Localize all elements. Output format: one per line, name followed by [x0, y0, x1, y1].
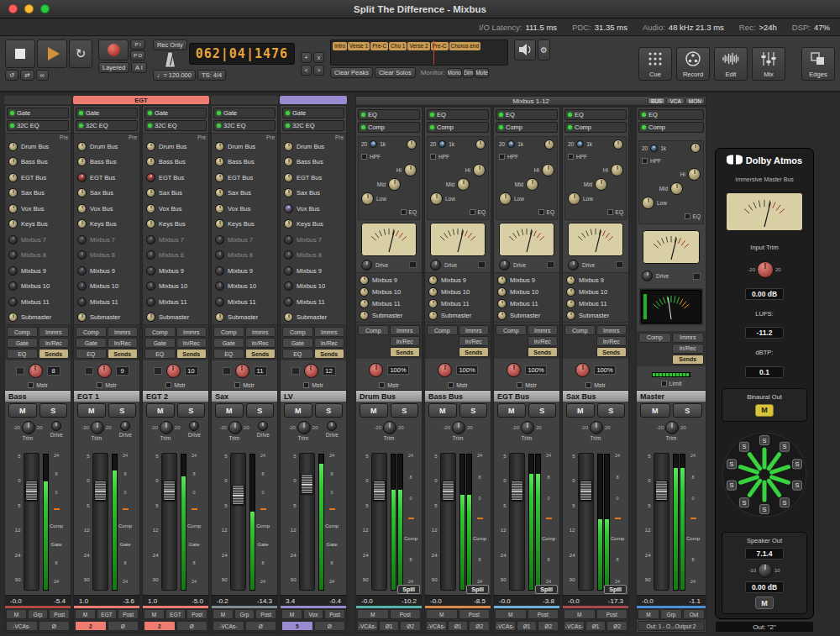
spill-button[interactable]: Spill: [397, 585, 420, 594]
monitor-mono-button[interactable]: Mono: [447, 68, 462, 78]
send-knob[interactable]: [284, 313, 293, 322]
send-mixbus-10[interactable]: Mixbus 10: [282, 281, 344, 292]
solo-button[interactable]: S: [108, 403, 137, 418]
send-mixbus-8[interactable]: Mixbus 8: [282, 250, 344, 260]
send-knob[interactable]: [360, 287, 369, 297]
send-knob[interactable]: [146, 188, 155, 197]
rec-only-button[interactable]: Rec Only: [153, 39, 187, 50]
vcas-button[interactable]: -VCAs-: [213, 621, 244, 631]
hpf-freq-knob[interactable]: [438, 140, 446, 148]
range-k60-button[interactable]: <: [301, 65, 312, 76]
input-gain-knob[interactable]: [407, 139, 417, 150]
input-gain-knob[interactable]: [613, 139, 623, 150]
speaker-button[interactable]: [514, 39, 536, 60]
send-mixbus-10[interactable]: Mixbus 10: [76, 281, 138, 292]
processor-32c-eq-button[interactable]: 32C EQ: [144, 120, 207, 131]
in-rec-button[interactable]: In/Rec: [176, 338, 207, 348]
trim-knob[interactable]: [160, 421, 173, 434]
send-mixbus-8[interactable]: Mixbus 8: [76, 250, 138, 260]
in-rec-button[interactable]: In/Rec: [108, 338, 139, 348]
processor-eq-button[interactable]: EQ: [564, 109, 627, 120]
send-drum-bus[interactable]: Drum Bus: [213, 141, 276, 151]
eq-button[interactable]: EQ: [213, 349, 244, 359]
vcas-button[interactable]: -VCAs-: [357, 621, 378, 631]
speaker-trim-knob[interactable]: [758, 563, 773, 578]
mini-timeline[interactable]: IntroVerse 1Pre-CCho 1Verse 2Pre-CChorus…: [330, 39, 508, 66]
metronome-icon[interactable]: [153, 51, 187, 68]
pan-knob[interactable]: [507, 363, 521, 377]
processor-gate-button[interactable]: Gate: [144, 108, 207, 118]
trim-knob[interactable]: [91, 421, 104, 434]
send-knob[interactable]: [284, 157, 293, 166]
hpf-checkbox[interactable]: [642, 158, 648, 164]
send-mixbus-10[interactable]: Mixbus 10: [358, 286, 420, 297]
eq-button[interactable]: EQ: [282, 349, 313, 359]
send-keys-bus[interactable]: Keys Bus: [7, 219, 69, 229]
in-rec-button[interactable]: In/Rec: [672, 344, 705, 354]
eq-band-knob[interactable]: [499, 192, 512, 205]
undo-button[interactable]: ↺: [5, 70, 18, 81]
fader-track[interactable]: [371, 453, 387, 591]
post-button[interactable]: Post: [528, 609, 559, 619]
fader-track[interactable]: [299, 453, 315, 591]
eq-band-knob[interactable]: [542, 164, 554, 176]
send-mixbus-9[interactable]: Mixbus 9: [76, 265, 138, 276]
fader-handle[interactable]: [442, 481, 454, 501]
send-knob[interactable]: [360, 299, 369, 308]
drive-knob[interactable]: [430, 260, 441, 271]
timeline-marker-verse-2[interactable]: Verse 2: [407, 42, 429, 50]
post-button[interactable]: Post: [390, 609, 422, 619]
hpf-freq-knob[interactable]: [507, 140, 515, 148]
immrs-button[interactable]: Immrs: [528, 325, 559, 335]
range-k43-button[interactable]: +: [301, 52, 312, 63]
send-knob[interactable]: [8, 142, 18, 151]
send-knob[interactable]: [215, 235, 224, 244]
send-bass-bus[interactable]: Bass Bus: [7, 157, 69, 167]
sends-button[interactable]: Sends: [108, 349, 139, 359]
eq-band-knob[interactable]: [568, 192, 580, 205]
1-button[interactable]: Ø1: [379, 621, 400, 631]
send-sax-bus[interactable]: Sax Bus: [7, 188, 69, 198]
pan-width-display[interactable]: [16, 367, 24, 375]
immrs-button[interactable]: Immrs: [245, 327, 276, 337]
eq-band-knob[interactable]: [670, 182, 683, 195]
send-keys-bus[interactable]: Keys Bus: [76, 219, 138, 229]
send-keys-bus[interactable]: Keys Bus: [282, 219, 344, 229]
send-mixbus-8[interactable]: Mixbus 8: [144, 250, 207, 260]
fader-handle[interactable]: [511, 481, 523, 501]
input-gain-knob[interactable]: [544, 139, 554, 150]
send-egt-bus[interactable]: EGT Bus: [282, 172, 344, 182]
in-rec-button[interactable]: In/Rec: [245, 338, 276, 348]
send-submaster[interactable]: Submaster: [282, 313, 344, 323]
binaural-mute-button[interactable]: M: [755, 404, 774, 417]
send-knob[interactable]: [146, 142, 155, 151]
stop-button[interactable]: [5, 39, 35, 68]
1-button[interactable]: Ø1: [585, 621, 606, 631]
send-bass-bus[interactable]: Bass Bus: [76, 157, 138, 167]
post-button[interactable]: Post: [186, 609, 207, 619]
trim-knob[interactable]: [383, 421, 396, 434]
m-button[interactable]: M: [281, 609, 302, 619]
solo-button[interactable]: S: [315, 403, 344, 418]
hpf-freq-knob[interactable]: [650, 145, 658, 152]
range-x-button[interactable]: x: [313, 52, 324, 63]
send-knob[interactable]: [146, 266, 155, 276]
hpf-checkbox[interactable]: [361, 154, 367, 160]
vcas-button[interactable]: -VCAs-: [564, 621, 585, 631]
master-assign-checkbox[interactable]: [28, 382, 34, 388]
send-vox-bus[interactable]: Vox Bus: [76, 203, 138, 213]
vcas-button[interactable]: -VCAs-: [495, 621, 516, 631]
drive-knob[interactable]: [120, 421, 130, 431]
fader-handle[interactable]: [301, 474, 313, 494]
m-button[interactable]: M: [564, 609, 596, 619]
send-egt-bus[interactable]: EGT Bus: [144, 172, 207, 182]
send-mixbus-11[interactable]: Mixbus 11: [427, 298, 489, 308]
send-mixbus-11[interactable]: Mixbus 11: [213, 297, 276, 307]
post-button[interactable]: Post: [459, 609, 491, 619]
send-knob[interactable]: [284, 142, 293, 151]
in-rec-button[interactable]: In/Rec: [314, 338, 345, 348]
m-button[interactable]: M: [144, 609, 165, 619]
pan-knob[interactable]: [29, 364, 43, 378]
vcas-button[interactable]: -VCAs-: [6, 621, 38, 631]
send-knob[interactable]: [428, 311, 438, 320]
